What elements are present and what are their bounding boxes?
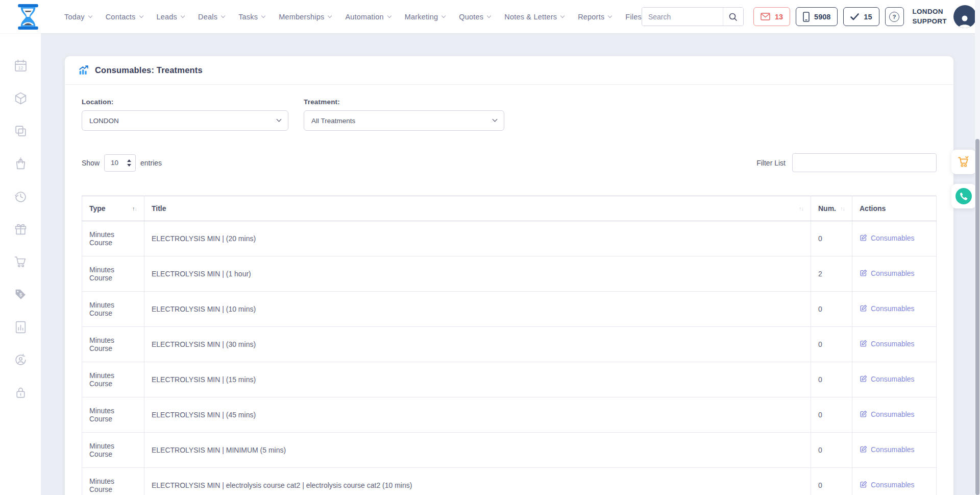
chart-icon: [78, 65, 89, 76]
chevron-down-icon: [261, 13, 265, 17]
cell-num: 0: [811, 292, 852, 327]
nav-item-reports[interactable]: Reports: [578, 13, 611, 21]
app-logo[interactable]: [13, 4, 43, 30]
cell-title: ELECTROLYSIS MIN | (1 hour): [144, 256, 811, 292]
search-button[interactable]: [723, 8, 743, 26]
top-header: Today Contacts Leads Deals Tasks Members…: [0, 0, 980, 33]
consumables-link-label: Consumables: [871, 304, 915, 313]
location-select[interactable]: LONDON: [82, 110, 288, 131]
help-button[interactable]: ?: [885, 7, 904, 26]
svg-text:$: $: [19, 292, 22, 297]
nav-item-marketing[interactable]: Marketing: [405, 13, 445, 21]
user-name: LONDON SUPPORT: [913, 7, 947, 26]
consumables-link[interactable]: Consumables: [860, 269, 915, 277]
sidebar-item-security[interactable]: [13, 385, 28, 400]
sidebar-item-pricing[interactable]: $: [13, 287, 28, 302]
filter-list-label: Filter List: [756, 159, 786, 167]
scrollbar-thumb[interactable]: [975, 139, 979, 495]
cell-type: Minutes Course: [82, 327, 144, 362]
mobile-phone-icon: [803, 12, 810, 22]
cell-actions: Consumables: [852, 433, 937, 468]
cell-actions: Consumables: [852, 397, 937, 433]
column-header-type[interactable]: Type ↑↓: [82, 196, 144, 221]
treatment-select[interactable]: All Treatments: [304, 110, 504, 131]
edit-icon: [860, 410, 867, 418]
cell-num: 0: [811, 221, 852, 256]
nav-item-contacts[interactable]: Contacts: [106, 13, 143, 21]
sidebar-item-gift-vouchers[interactable]: [13, 221, 28, 237]
cell-title: ELECTROLYSIS MIN | (10 mins): [144, 292, 811, 327]
main-nav: Today Contacts Leads Deals Tasks Members…: [64, 13, 642, 21]
consumables-link-label: Consumables: [871, 375, 915, 383]
nav-label: Automation: [345, 13, 383, 21]
avatar[interactable]: [953, 5, 976, 28]
consumables-link[interactable]: Consumables: [860, 375, 915, 383]
messages-badge[interactable]: 13: [753, 7, 790, 26]
consumables-link[interactable]: Consumables: [860, 410, 915, 418]
calls-count: 5908: [814, 13, 830, 21]
cell-num: 0: [811, 327, 852, 362]
chevron-down-icon: [560, 13, 565, 17]
nav-item-leads[interactable]: Leads: [157, 13, 185, 21]
nav-label: Today: [64, 13, 85, 21]
nav-label: Marketing: [405, 13, 438, 21]
cell-title: ELECTROLYSIS MIN | MINIMUM (5 mins): [144, 433, 811, 468]
tasks-badge[interactable]: 15: [843, 7, 879, 26]
consumables-link[interactable]: Consumables: [860, 445, 915, 454]
consumables-link-label: Consumables: [871, 481, 915, 489]
search-input[interactable]: [642, 8, 723, 26]
nav-item-files[interactable]: Files: [625, 13, 642, 21]
sidebar-item-orders[interactable]: [13, 156, 28, 171]
page-size-select[interactable]: 10: [104, 154, 136, 172]
filter-list: Filter List: [756, 153, 937, 172]
treatment-filter: Treatment: All Treatments: [304, 98, 504, 131]
tasks-count: 15: [864, 13, 872, 21]
table-row: Minutes Course ELECTROLYSIS MIN | (1 hou…: [82, 256, 937, 292]
consumables-link[interactable]: Consumables: [860, 304, 915, 313]
treatment-label: Treatment:: [304, 98, 504, 106]
sort-icon: ↑↓: [132, 205, 137, 211]
calls-badge[interactable]: 5908: [796, 7, 838, 26]
sidebar-item-products[interactable]: [13, 90, 28, 106]
consumables-link-label: Consumables: [871, 269, 915, 277]
consumables-link[interactable]: Consumables: [860, 340, 915, 348]
nav-item-memberships[interactable]: Memberships: [279, 13, 331, 21]
nav-item-deals[interactable]: Deals: [198, 13, 225, 21]
show-label: Show: [82, 159, 100, 167]
sidebar-item-history[interactable]: [13, 188, 28, 204]
cell-type: Minutes Course: [82, 256, 144, 292]
filter-list-input[interactable]: [792, 153, 937, 172]
phone-fab[interactable]: [951, 184, 976, 208]
nav-item-automation[interactable]: Automation: [345, 13, 390, 21]
nav-label: Files: [625, 13, 642, 21]
cell-actions: Consumables: [852, 327, 937, 362]
filters-row: Location: LONDON Treatment: All Treatmen…: [82, 98, 937, 131]
question-circle-icon: ?: [889, 12, 899, 22]
cell-title: ELECTROLYSIS MIN | (30 mins): [144, 327, 811, 362]
sidebar-item-duplicates[interactable]: [13, 123, 28, 138]
consumables-link[interactable]: Consumables: [860, 234, 915, 242]
column-header-title[interactable]: Title ↑↓: [144, 196, 811, 221]
nav-item-today[interactable]: Today: [64, 13, 92, 21]
consumables-link-label: Consumables: [871, 340, 915, 348]
person-icon: [957, 14, 972, 28]
copy-icon: [14, 124, 28, 138]
sidebar-item-calendar[interactable]: 12: [13, 58, 28, 73]
table-row: Minutes Course ELECTROLYSIS MIN | (10 mi…: [82, 292, 937, 327]
consumables-link[interactable]: Consumables: [860, 481, 915, 489]
sidebar-item-reports[interactable]: [13, 319, 28, 335]
sidebar-item-purchases[interactable]: [13, 254, 28, 269]
nav-item-tasks[interactable]: Tasks: [238, 13, 265, 21]
nav-item-notes-letters[interactable]: Notes & Letters: [504, 13, 564, 21]
nav-item-quotes[interactable]: Quotes: [459, 13, 491, 21]
cell-num: 0: [811, 468, 852, 495]
phone-icon: [955, 187, 972, 205]
column-header-num[interactable]: Num. ↑↓: [811, 196, 852, 221]
sidebar-item-client-sync[interactable]: [13, 352, 28, 367]
chevron-down-icon: [88, 13, 92, 17]
edit-icon: [860, 340, 867, 347]
sort-icon: ↑↓: [840, 205, 845, 211]
cell-title: ELECTROLYSIS MIN | electrolysis course c…: [144, 468, 811, 495]
cart-fab[interactable]: [951, 150, 976, 174]
show-entries: Show 10 entries: [82, 154, 162, 172]
